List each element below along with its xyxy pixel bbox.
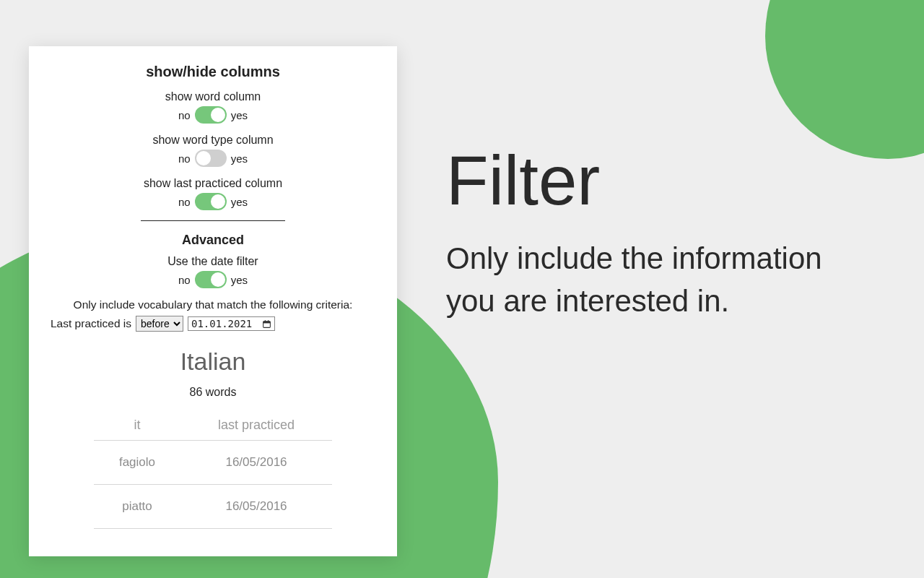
toggle-no-label: no xyxy=(178,152,191,165)
toggle-date-filter[interactable] xyxy=(195,271,227,288)
toggle-no-label: no xyxy=(178,109,191,121)
table-row: fagiolo 16/05/2016 xyxy=(94,441,332,485)
svg-rect-2 xyxy=(265,320,266,322)
toggle-last-practiced-column[interactable] xyxy=(195,193,227,210)
toggle-no-label: no xyxy=(178,274,191,286)
table-header-row: it last practiced xyxy=(94,412,332,441)
svg-rect-3 xyxy=(268,320,269,322)
toggle-row-word-column: show word column no yes xyxy=(51,90,375,124)
table-header-date: last practiced xyxy=(180,418,332,433)
advanced-section-title: Advanced xyxy=(51,233,375,248)
language-heading: Italian xyxy=(51,348,375,376)
calendar-icon xyxy=(262,319,271,329)
section-divider xyxy=(141,220,285,221)
columns-section-title: show/hide columns xyxy=(51,64,375,80)
date-input-value: 01.01.2021 xyxy=(191,318,252,329)
toggle-label: show word type column xyxy=(51,134,375,147)
criteria-description: Only include vocabulary that match the f… xyxy=(51,298,375,311)
toggle-no-label: no xyxy=(178,196,191,208)
toggle-row-word-type-column: show word type column no yes xyxy=(51,134,375,167)
filter-panel: show/hide columns show word column no ye… xyxy=(29,46,397,556)
toggle-word-type-column[interactable] xyxy=(195,150,227,167)
toggle-yes-label: yes xyxy=(231,109,248,121)
marketing-copy: Filter Only include the information you … xyxy=(446,144,865,322)
criteria-prefix: Last practiced is xyxy=(51,317,131,330)
svg-rect-1 xyxy=(263,321,271,323)
toggle-yes-label: yes xyxy=(231,152,248,165)
date-input[interactable]: 01.01.2021 xyxy=(188,316,275,331)
toggle-label: show last practiced column xyxy=(51,177,375,190)
toggle-row-last-practiced-column: show last practiced column no yes xyxy=(51,177,375,210)
word-count: 86 words xyxy=(51,386,375,399)
toggle-yes-label: yes xyxy=(231,196,248,208)
toggle-label: Use the date filter xyxy=(51,255,375,268)
table-row: piatto 16/05/2016 xyxy=(94,485,332,529)
toggle-yes-label: yes xyxy=(231,274,248,286)
table-cell-date: 16/05/2016 xyxy=(180,499,332,514)
criteria-row: Last practiced is before 01.01.2021 xyxy=(51,316,375,332)
toggle-label: show word column xyxy=(51,90,375,103)
toggle-word-column[interactable] xyxy=(195,106,227,124)
table-cell-word: piatto xyxy=(94,499,180,514)
comparator-select[interactable]: before xyxy=(136,316,183,332)
decorative-blob-top-right xyxy=(765,0,924,159)
table-cell-date: 16/05/2016 xyxy=(180,455,332,470)
toggle-row-date-filter: Use the date filter no yes xyxy=(51,255,375,288)
table-cell-word: fagiolo xyxy=(94,455,180,470)
marketing-heading: Filter xyxy=(446,144,865,217)
table-header-word: it xyxy=(94,418,180,433)
results-table: it last practiced fagiolo 16/05/2016 pia… xyxy=(94,412,332,529)
marketing-subheading: Only include the information you are int… xyxy=(446,238,865,323)
